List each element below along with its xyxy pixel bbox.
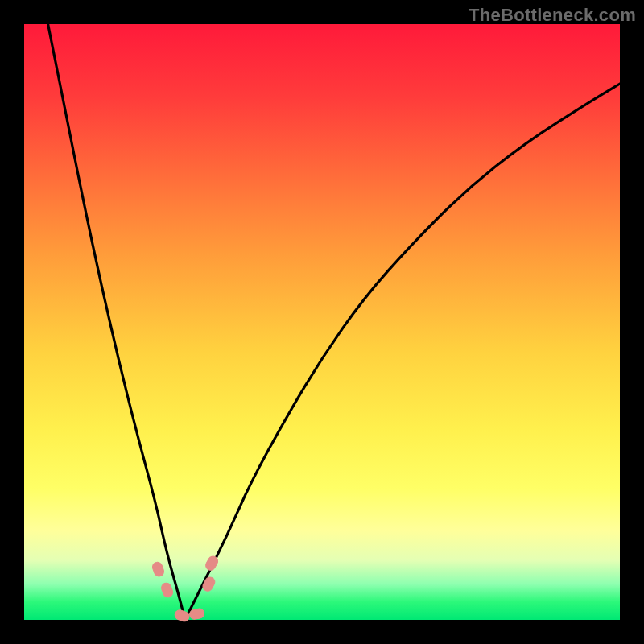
svg-rect-1 bbox=[160, 581, 174, 598]
plot-area bbox=[24, 24, 620, 620]
marker-group bbox=[151, 555, 220, 623]
svg-rect-4 bbox=[201, 576, 217, 593]
curve-left-branch bbox=[48, 24, 185, 620]
highlight-marker bbox=[151, 561, 165, 578]
curve-svg bbox=[24, 24, 620, 620]
svg-rect-2 bbox=[174, 609, 191, 622]
watermark-text: TheBottleneck.com bbox=[469, 5, 636, 26]
highlight-marker bbox=[160, 581, 174, 598]
curve-right-branch bbox=[185, 84, 620, 620]
highlight-marker bbox=[174, 609, 191, 622]
svg-rect-0 bbox=[151, 561, 165, 578]
chart-frame: TheBottleneck.com bbox=[0, 0, 644, 644]
highlight-marker bbox=[201, 576, 217, 593]
